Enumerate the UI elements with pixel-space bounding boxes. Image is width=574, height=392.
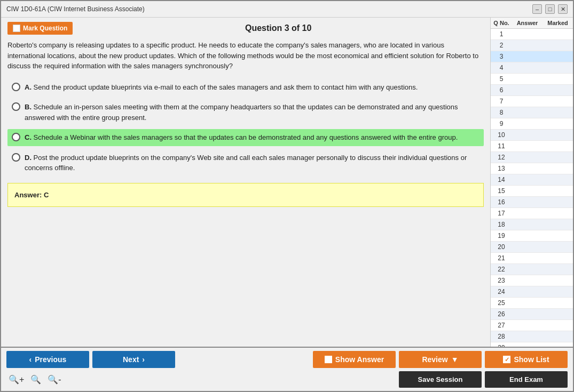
question-title: Question 3 of 10 (73, 23, 484, 33)
minimize-button[interactable]: – (532, 4, 542, 14)
table-row[interactable]: 3 (491, 51, 573, 62)
option-radio-d[interactable] (12, 153, 20, 162)
main-content: Mark Question Question 3 of 10 Roberto's… (1, 18, 573, 347)
table-row[interactable]: 5 (491, 74, 573, 85)
table-row[interactable]: 25 (491, 298, 573, 309)
table-row[interactable]: 28 (491, 331, 573, 342)
zoom-in-button[interactable]: 🔍+ (6, 373, 26, 386)
end-exam-button[interactable]: End Exam (485, 371, 568, 388)
table-row[interactable]: 1 (491, 29, 573, 40)
zoom-reset-button[interactable]: 🔍 (28, 373, 43, 386)
show-answer-icon (325, 356, 332, 363)
zoom-out-button[interactable]: 🔍- (45, 373, 63, 386)
right-panel: Q No. Answer Marked 12345678910111213141… (490, 18, 573, 347)
table-row[interactable]: 13 (491, 163, 573, 174)
question-list[interactable]: 1234567891011121314151617181920212223242… (491, 29, 573, 347)
table-row[interactable]: 21 (491, 253, 573, 264)
right-panel-header: Q No. Answer Marked (491, 18, 573, 29)
end-exam-label: End Exam (509, 375, 543, 383)
option-radio-a[interactable] (12, 83, 20, 91)
col-answer-header: Answer (512, 18, 542, 28)
save-session-button[interactable]: Save Session (399, 371, 482, 388)
table-row[interactable]: 24 (491, 286, 573, 298)
left-panel: Mark Question Question 3 of 10 Roberto's… (1, 18, 490, 347)
previous-label: Previous (35, 355, 66, 364)
maximize-button[interactable]: □ (545, 4, 555, 14)
review-label: Review (422, 355, 447, 364)
show-list-label: Show List (514, 355, 549, 364)
table-row[interactable]: 15 (491, 186, 573, 197)
table-row[interactable]: 10 (491, 130, 573, 141)
mark-question-label: Mark Question (23, 25, 67, 32)
option-radio-b[interactable] (12, 102, 20, 111)
previous-button[interactable]: ‹ Previous (6, 351, 89, 368)
option-item-d[interactable]: D. Post the product update blueprints on… (7, 149, 484, 177)
app-window: CIW 1D0-61A (CIW Internet Business Assoc… (0, 0, 574, 392)
table-row[interactable]: 4 (491, 62, 573, 74)
show-answer-label: Show Answer (335, 355, 384, 364)
table-row[interactable]: 27 (491, 320, 573, 331)
chevron-left-icon: ‹ (29, 355, 32, 364)
window-controls: – □ ✕ (532, 4, 568, 14)
next-label: Next (123, 355, 139, 364)
table-row[interactable]: 22 (491, 264, 573, 275)
table-row[interactable]: 2 (491, 40, 573, 51)
show-answer-button[interactable]: Show Answer (313, 351, 396, 368)
table-row[interactable]: 23 (491, 275, 573, 286)
review-dropdown-icon: ▼ (451, 355, 459, 364)
option-text-d: D. Post the product update blueprints on… (25, 153, 479, 173)
options-list: A. Send the product update blueprints vi… (7, 79, 484, 177)
option-item-c[interactable]: C. Schedule a Webinar with the sales man… (7, 129, 484, 146)
table-row[interactable]: 14 (491, 174, 573, 186)
answer-text: Answer: C (14, 191, 49, 199)
bottom-row1: ‹ Previous Next › Show Answer Review ▼ ✓… (6, 351, 568, 368)
window-title: CIW 1D0-61A (CIW Internet Business Assoc… (6, 5, 145, 13)
mark-checkbox-icon (13, 25, 20, 32)
review-button[interactable]: Review ▼ (399, 351, 482, 368)
title-bar: CIW 1D0-61A (CIW Internet Business Assoc… (1, 1, 573, 18)
chevron-right-icon: › (142, 355, 145, 364)
table-row[interactable]: 12 (491, 152, 573, 163)
bottom-row2: 🔍+ 🔍 🔍- Save Session End Exam (6, 371, 568, 388)
table-row[interactable]: 9 (491, 118, 573, 130)
show-list-button[interactable]: ✓ Show List (485, 351, 568, 368)
option-item-b[interactable]: B. Schedule an in-person sales meeting w… (7, 99, 484, 126)
table-row[interactable]: 11 (491, 141, 573, 152)
table-row[interactable]: 20 (491, 242, 573, 253)
table-row[interactable]: 6 (491, 85, 573, 96)
table-row[interactable]: 8 (491, 107, 573, 118)
option-text-a: A. Send the product update blueprints vi… (25, 82, 418, 93)
col-qno-header: Q No. (491, 18, 512, 28)
bottom-bar: ‹ Previous Next › Show Answer Review ▼ ✓… (1, 347, 573, 391)
col-marked-header: Marked (542, 18, 573, 28)
close-button[interactable]: ✕ (558, 4, 568, 14)
option-item-a[interactable]: A. Send the product update blueprints vi… (7, 79, 484, 96)
question-text: Roberto's company is releasing updates t… (7, 40, 484, 71)
table-row[interactable]: 7 (491, 96, 573, 107)
table-row[interactable]: 29 (491, 342, 573, 347)
show-list-check-icon: ✓ (503, 356, 510, 363)
option-text-c: C. Schedule a Webinar with the sales man… (25, 132, 458, 143)
header-row: Mark Question Question 3 of 10 (7, 22, 484, 35)
table-row[interactable]: 16 (491, 197, 573, 208)
next-button[interactable]: Next › (92, 351, 175, 368)
answer-box: Answer: C (7, 183, 484, 207)
table-row[interactable]: 26 (491, 309, 573, 320)
mark-question-button[interactable]: Mark Question (7, 22, 73, 35)
table-row[interactable]: 18 (491, 219, 573, 230)
table-row[interactable]: 19 (491, 230, 573, 242)
save-session-label: Save Session (418, 375, 463, 383)
option-radio-c[interactable] (12, 133, 20, 141)
option-text-b: B. Schedule an in-person sales meeting w… (25, 102, 479, 123)
table-row[interactable]: 17 (491, 208, 573, 219)
zoom-controls: 🔍+ 🔍 🔍- (6, 373, 64, 386)
